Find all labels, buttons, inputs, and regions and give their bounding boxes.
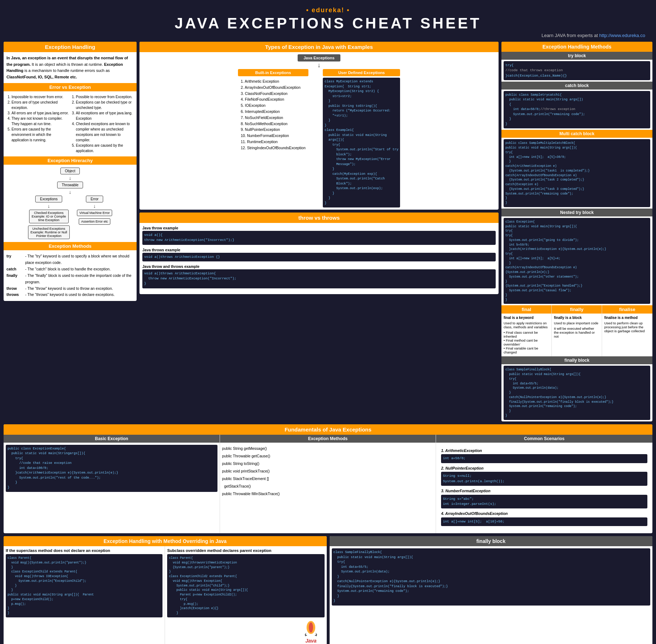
finalise-desc: Used to perform clean up processing just…: [604, 321, 650, 333]
exception-item: 6. InterruptedException: [241, 109, 306, 115]
finally-block-title: finally block: [501, 356, 652, 364]
java-throw-throws-title: Java throw and throws example: [142, 264, 496, 269]
scenario-code: String s="abc"; int i=Integer.parseInt(s…: [441, 495, 647, 509]
method-item: public String toString(): [222, 460, 434, 467]
catch-method: catch- The "catch" block is used to hand…: [6, 266, 134, 273]
method-item: public void printStackTrace(): [222, 467, 434, 475]
finally-desc: Used to place important code: [554, 321, 600, 325]
edureka-link[interactable]: http://www.edureka.co: [599, 33, 645, 38]
throwable-box: Throwable: [57, 182, 83, 188]
main-content: Exception Handling In Java, an exception…: [4, 42, 652, 421]
final-title: final: [501, 305, 551, 314]
error-item: Errors are of type unchecked exception.: [12, 100, 69, 110]
page: • edureka! • JAVA EXCEPTIONS CHEAT SHEET…: [0, 0, 656, 644]
exception-handling-desc: In Java, an exception is an event that d…: [4, 52, 137, 83]
java-throw-throws-example: Java throw and throws example void a()th…: [142, 264, 496, 288]
basic-exception-col: Basic Exception public class ExceptionEx…: [4, 435, 220, 534]
exception-list: Possible to recover from Exception. Exce…: [71, 94, 134, 154]
types-diagram: Java Exceptions ↓ Built-in Exceptions 1.…: [139, 52, 499, 210]
middle-column: Types of Exception in Java with Examples…: [139, 42, 499, 421]
exception-methods-keywords: try- The "try" keyword is used to specif…: [4, 250, 137, 301]
user-defined-col: User Defined Exceptions class MyExceptio…: [323, 69, 400, 207]
finalise-title: finalise: [602, 305, 652, 314]
error-vs-exception-title: Error vs Exception: [4, 83, 137, 91]
finally-title: finally: [552, 305, 602, 314]
basic-exception-title: Basic Exception: [4, 435, 220, 443]
finally-keyword: finally is a block: [554, 316, 600, 320]
multi-catch-code: public class SampleMultipleCatchBlock{ p…: [504, 139, 650, 207]
final-desc: Used to apply restrictions on class, met…: [504, 321, 549, 329]
common-scenarios-title: Common Scenarios: [436, 435, 652, 443]
exception-methods-keywords-title: Exception Methods: [4, 242, 137, 250]
builtin-col: Built-in Exceptions 1. Arithmetic Except…: [238, 69, 308, 153]
final-points: • Final class cannot be inherited• Final…: [504, 330, 549, 354]
finalise-col: finalise finalise is a method Used to pe…: [602, 305, 652, 356]
nested-try-code: class Exception{ public static void main…: [504, 218, 650, 304]
hierarchy-title: Exception Hirerachy: [4, 156, 137, 165]
hierarchy-section: Object ↓ Throwable ↓ Exceptions ↓ Checke…: [4, 165, 137, 242]
throw-content: Java throw example void a(){ throw new A…: [139, 223, 499, 294]
java-throw-code: void a(){ throw new ArithmeticException(…: [142, 231, 496, 245]
finally-points: It will be executed whether the exceptio…: [554, 326, 600, 338]
finally-col: finally finally is a block Used to place…: [552, 305, 602, 356]
scenario-item: 2. NullPointerException: [441, 465, 647, 471]
fundamentals-section: Fundamentals of Java Exceptions Basic Ex…: [4, 424, 652, 534]
types-row: Built-in Exceptions 1. Arithmetic Except…: [238, 69, 400, 207]
builtin-list: 1. Arithmetic Exception 2. ArrayIndexOut…: [238, 76, 308, 153]
right-column: Exception Handling Methods try block try…: [501, 42, 652, 421]
java-throw-title: Java throw example: [142, 226, 496, 230]
left-column: Exception Handling In Java, an exception…: [4, 42, 137, 421]
brand-logo: • edureka! •: [306, 6, 350, 14]
user-defined-box: User Defined Exceptions: [323, 69, 400, 76]
finally-block-code: class SampleFinallyBlock{ public static …: [504, 366, 650, 420]
finally-block-bottom-code: class SampleFinallyBlock{ public static …: [332, 548, 651, 606]
exception-item: 12. StringIndexOutOfBoundsException: [241, 145, 306, 151]
error-item: Impossible to recover from error.: [12, 94, 69, 100]
header: • edureka! • JAVA EXCEPTIONS CHEAT SHEET…: [4, 4, 652, 40]
common-scenarios-col: Common Scenarios 1. ArithmeticException …: [436, 435, 652, 534]
throw-method: throw- The "throw" keyword is used to th…: [6, 286, 134, 292]
scenario-code: String s=null; System.out.printn(a.lengt…: [441, 472, 647, 486]
exception-handling-section: Exception Handling In Java, an exception…: [4, 42, 137, 301]
throw-throws-section: throw vs throws Java throw example void …: [139, 213, 499, 294]
error-item: All errors are of type java.lang.error.: [12, 110, 69, 116]
exception-item: 4. FileNotFoundException: [241, 96, 306, 102]
java-exceptions-box: Java Exceptions: [298, 54, 340, 61]
method-item: public Throwable getCause(): [222, 452, 434, 460]
throws-method: throws- The "throws" keyword is used to …: [6, 292, 134, 298]
catch-block-title: catch block: [501, 82, 652, 90]
common-scenarios-list: 1. ArithmeticException int a=50/0; 2. Nu…: [438, 445, 650, 531]
nested-try-title: Nested try block: [501, 209, 652, 216]
final-keyword: final is a keyword: [504, 316, 549, 320]
method-item: public StackTraceElement [] getStackTrac…: [222, 475, 434, 490]
scenario-code: int a=50/0;: [441, 454, 647, 463]
finally-section-bottom: finally block class SampleFinallyBlock{ …: [330, 536, 653, 644]
types-title: Types of Exception in Java with Examples: [139, 42, 499, 52]
java-throws-code: void a()throws ArithmeticException {}: [142, 253, 496, 261]
object-box: Object: [60, 168, 80, 174]
finalise-keyword: finalise is a method: [604, 316, 650, 320]
overriding-col1-title: If the superclass method does not declar…: [6, 548, 162, 553]
java-throws-title: Java throws example: [142, 248, 496, 252]
error-vs-exception: Impossible to recover from error. Errors…: [4, 91, 137, 156]
error-item: Errors are caused by the environment in …: [12, 127, 69, 143]
method-item: public String getMessage(): [222, 445, 434, 452]
exception-methods-col-title: Exception Methods: [220, 435, 436, 443]
try-block-code: try{ //code that throws exception }catch…: [504, 61, 650, 80]
exceptions-box: Exceptions: [35, 196, 62, 202]
java-throw-throws-code: void a()throws ArithmeticException{ thro…: [142, 269, 496, 288]
overriding-grid: If the superclass method does not declar…: [4, 546, 327, 644]
svg-point-1: [309, 622, 313, 632]
types-section: Types of Exception in Java with Examples…: [139, 42, 499, 210]
finally-method: finally- The "finally" block is used to …: [6, 273, 134, 286]
exception-item: 1. Arithmetic Exception: [241, 78, 306, 85]
try-block-title: try block: [501, 52, 652, 60]
user-defined-code: class MyException extends Exception{ Str…: [323, 78, 400, 207]
catch-block-code: public class Sampletrycatch1{ public sta…: [504, 91, 650, 129]
overriding-col2-title: Subclass overridden method declares pare…: [167, 548, 324, 553]
exception-item: 2. ArrayIndexOutOfBoundException: [241, 85, 306, 91]
basic-exception-code: public class ExceptionExample{ public st…: [6, 445, 217, 492]
overriding-col1-code: class Parent{ void msg(){System.out.prin…: [6, 554, 162, 617]
assertion-error-box: Assertion Error etc: [79, 218, 111, 225]
exception-item: Exceptions are caused by the application…: [76, 143, 134, 154]
